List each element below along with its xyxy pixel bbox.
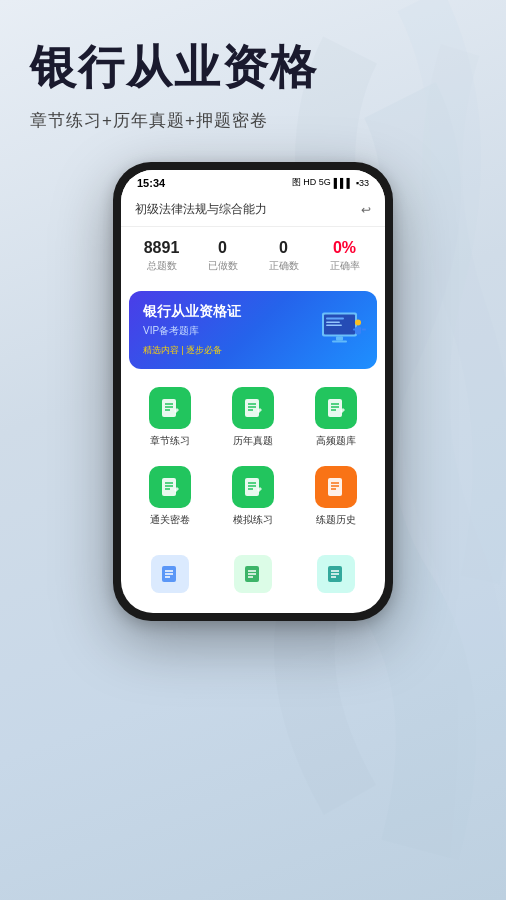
stats-row: 8891 总题数 0 已做数 0 正确数 0% 正确率 [121,227,385,283]
stat-done: 0 已做数 [192,239,253,273]
svg-rect-23 [162,478,176,496]
bottom-icon-box-2 [234,555,272,593]
svg-rect-27 [245,478,259,496]
bottom-icon-box-3 [317,555,355,593]
stat-done-label: 已做数 [192,259,253,273]
phone-screen: 15:34 图 HD 5G ▌▌▌ ▪33 初级法律法规与综合能力 ↩ 8891… [121,170,385,613]
stat-total: 8891 总题数 [131,239,192,273]
menu-history[interactable]: 练题历史 [294,456,377,535]
banner-illustration [314,303,369,358]
phone-outer-shell: 15:34 图 HD 5G ▌▌▌ ▪33 初级法律法规与综合能力 ↩ 8891… [113,162,393,621]
phone-header-title: 初级法律法规与综合能力 [135,201,267,218]
pass-icon-box [149,466,191,508]
sub-title: 章节练习+历年真题+押题密卷 [30,109,476,132]
stat-correct-number: 0 [253,239,314,257]
svg-rect-15 [245,399,259,417]
svg-rect-11 [162,399,176,417]
battery-icon: ▪33 [356,178,369,188]
back-icon[interactable]: ↩ [361,203,371,217]
pass-label: 通关密卷 [150,513,190,527]
stat-correct: 0 正确数 [253,239,314,273]
freq-icon-box [315,387,357,429]
history-icon-box [315,466,357,508]
svg-rect-4 [326,325,342,327]
svg-rect-31 [328,478,342,496]
chapter-label: 章节练习 [150,434,190,448]
bottom-icon-box-1 [151,555,189,593]
bottom-icon-2[interactable] [212,549,295,599]
menu-pass[interactable]: 通关密卷 [129,456,212,535]
svg-rect-19 [328,399,342,417]
signal-icon: ▌▌▌ [334,178,353,188]
stat-total-number: 8891 [131,239,192,257]
status-icons: 图 HD 5G ▌▌▌ ▪33 [292,176,369,189]
freq-label: 高频题库 [316,434,356,448]
menu-chapter[interactable]: 章节练习 [129,377,212,456]
stat-total-label: 总题数 [131,259,192,273]
stat-rate-label: 正确率 [314,259,375,273]
bottom-icons [129,543,377,605]
history-label: 练题历史 [316,513,356,527]
svg-point-7 [355,320,361,326]
svg-rect-3 [326,322,340,324]
menu-simulate[interactable]: 模拟练习 [212,456,295,535]
phone-header[interactable]: 初级法律法规与综合能力 ↩ [121,193,385,227]
simulate-icon-box [232,466,274,508]
network-icons: 图 HD 5G [292,176,331,189]
past-exam-icon-box [232,387,274,429]
stat-rate-number: 0% [314,239,375,257]
bottom-icon-1[interactable] [129,549,212,599]
menu-grid: 章节练习 历年真题 [129,377,377,535]
svg-rect-6 [332,341,347,343]
svg-rect-2 [326,318,344,320]
past-exam-label: 历年真题 [233,434,273,448]
top-section: 银行从业资格 章节练习+历年真题+押题密卷 [0,0,506,152]
main-title: 银行从业资格 [30,40,476,95]
menu-past-exam[interactable]: 历年真题 [212,377,295,456]
svg-rect-9 [353,329,357,331]
stat-rate: 0% 正确率 [314,239,375,273]
svg-rect-5 [336,337,343,341]
bottom-icon-3[interactable] [294,549,377,599]
menu-freq[interactable]: 高频题库 [294,377,377,456]
simulate-label: 模拟练习 [233,513,273,527]
chapter-icon-box [149,387,191,429]
svg-rect-10 [362,329,366,331]
status-bar: 15:34 图 HD 5G ▌▌▌ ▪33 [121,170,385,193]
vip-banner[interactable]: 银行从业资格证 VIP备考题库 精选内容 | 逐步必备 [129,291,377,369]
phone-mockup: 15:34 图 HD 5G ▌▌▌ ▪33 初级法律法规与综合能力 ↩ 8891… [0,162,506,621]
stat-done-number: 0 [192,239,253,257]
status-time: 15:34 [137,177,165,189]
stat-correct-label: 正确数 [253,259,314,273]
